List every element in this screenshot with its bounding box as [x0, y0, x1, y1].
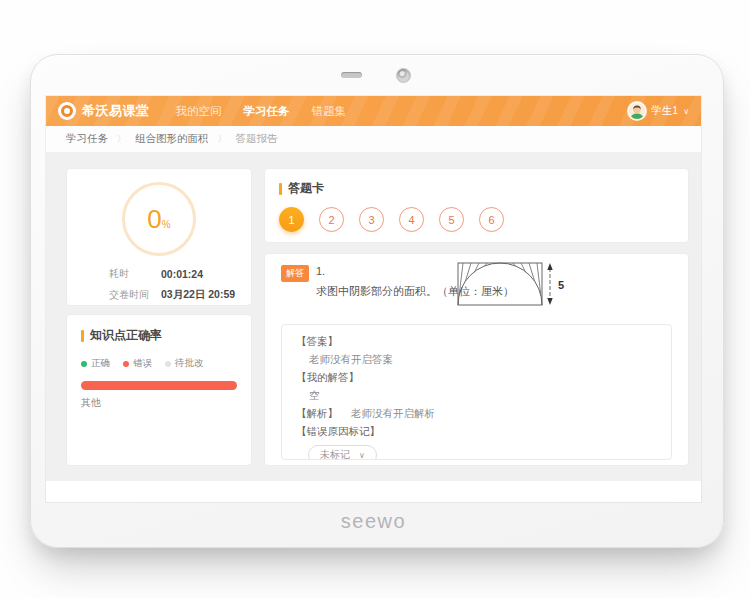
my-answer-label: 【我的解答】: [296, 371, 657, 384]
score-progress-ring: 0 %: [122, 182, 196, 256]
breadcrumb: 学习任务 〉 组合图形的面积 〉 答题报告: [46, 126, 701, 153]
my-answer-value: 空: [296, 389, 657, 402]
question-circle-2[interactable]: 2: [319, 207, 344, 232]
error-mark-value: 未标记: [320, 448, 350, 460]
question-type-badge: 解答: [281, 265, 309, 282]
chevron-down-icon: ∨: [359, 451, 365, 460]
user-avatar: [628, 102, 646, 120]
front-camera-icon: [396, 68, 411, 83]
accuracy-bar-label: 其他: [81, 396, 237, 410]
question-circle-1[interactable]: 1: [279, 207, 304, 232]
answer-label: 【答案】: [296, 335, 657, 348]
question-card: 解答 1. 求图中阴影部分的面积。（单位：厘米）: [264, 253, 689, 466]
score-summary-card: 0 % 耗时 00:01:24 交卷时间 03月22日 20:59: [66, 168, 252, 306]
answer-sheet-title: 答题卡: [279, 180, 674, 197]
device-brand-logo: seewo: [46, 510, 701, 533]
stat-label: 耗时: [109, 267, 161, 281]
accent-bar: [279, 183, 282, 195]
legend-item-pending: 待批改: [165, 357, 204, 370]
score-percent-value: 0: [147, 185, 161, 253]
breadcrumb-separator-icon: 〉: [218, 133, 227, 146]
analysis-label: 【解析】: [296, 407, 338, 419]
figure-dimension-label: 5: [558, 279, 564, 291]
user-name: 学生1: [651, 104, 678, 118]
accuracy-bar: [81, 381, 237, 390]
question-circle-3[interactable]: 3: [359, 207, 384, 232]
chevron-down-icon: ∨: [683, 107, 689, 116]
accent-bar: [81, 330, 84, 342]
stat-row-duration: 耗时 00:01:24: [67, 267, 251, 281]
legend-label: 错误: [133, 357, 152, 370]
breadcrumb-learning-tasks[interactable]: 学习任务: [66, 132, 108, 146]
stat-label: 交卷时间: [109, 288, 161, 302]
legend-label: 待批改: [175, 357, 204, 370]
main-content: 0 % 耗时 00:01:24 交卷时间 03月22日 20:59: [46, 153, 701, 481]
analysis-value: 老师没有开启解析: [351, 407, 435, 419]
accuracy-legend: 正确 错误 待批改: [81, 357, 237, 370]
answer-sheet-card: 答题卡 1 2 3 4 5 6: [264, 168, 689, 243]
answer-value: 老师没有开启答案: [296, 353, 657, 366]
knowledge-card-title: 知识点正确率: [81, 327, 237, 344]
stat-value: 00:01:24: [161, 268, 203, 280]
answer-sheet-title-text: 答题卡: [288, 180, 324, 197]
app-logo-icon: [58, 102, 76, 120]
stat-value: 03月22日 20:59: [161, 288, 235, 302]
breadcrumb-separator-icon: 〉: [117, 133, 126, 146]
error-reason-label: 【错误原因标记】: [296, 425, 657, 438]
correct-dot-icon: [81, 361, 87, 367]
error-mark-dropdown[interactable]: 未标记 ∨: [308, 445, 377, 460]
pending-dot-icon: [165, 361, 171, 367]
answer-detail-box: 【答案】 老师没有开启答案 【我的解答】 空 【解析】 老师没有开启解析 【错误…: [281, 324, 672, 460]
app-header: 希沃易课堂 我的空间 学习任务 错题集: [46, 96, 701, 126]
stat-row-submit-time: 交卷时间 03月22日 20:59: [67, 288, 251, 302]
nav-item-learning-tasks[interactable]: 学习任务: [244, 104, 290, 119]
user-menu[interactable]: 学生1 ∨: [628, 102, 689, 120]
question-circle-4[interactable]: 4: [399, 207, 424, 232]
knowledge-title-text: 知识点正确率: [90, 327, 162, 344]
score-percent-unit: %: [162, 195, 171, 255]
breadcrumb-current-page: 答题报告: [236, 132, 278, 146]
main-nav: 我的空间 学习任务 错题集: [176, 104, 347, 119]
legend-label: 正确: [91, 357, 110, 370]
question-figure: 5: [457, 262, 569, 312]
tablet-device: 希沃易课堂 我的空间 学习任务 错题集: [30, 54, 724, 548]
knowledge-accuracy-card: 知识点正确率 正确 错误 待批改: [66, 314, 252, 466]
page-background: 希沃易课堂 我的空间 学习任务 错题集: [0, 0, 750, 598]
speaker-slot-icon: [341, 72, 362, 78]
question-number-row: 1 2 3 4 5 6: [279, 207, 674, 232]
breadcrumb-lesson[interactable]: 组合图形的面积: [135, 132, 209, 146]
screen: 希沃易课堂 我的空间 学习任务 错题集: [46, 96, 701, 502]
score-stats: 耗时 00:01:24 交卷时间 03月22日 20:59: [67, 267, 251, 309]
analysis-line: 【解析】 老师没有开启解析: [296, 407, 657, 420]
app-title: 希沃易课堂: [82, 102, 150, 120]
nav-item-wrong-questions[interactable]: 错题集: [312, 104, 347, 119]
question-circle-5[interactable]: 5: [439, 207, 464, 232]
question-circle-6[interactable]: 6: [479, 207, 504, 232]
legend-item-wrong: 错误: [123, 357, 152, 370]
nav-item-my-space[interactable]: 我的空间: [176, 104, 222, 119]
wrong-dot-icon: [123, 361, 129, 367]
legend-item-correct: 正确: [81, 357, 110, 370]
